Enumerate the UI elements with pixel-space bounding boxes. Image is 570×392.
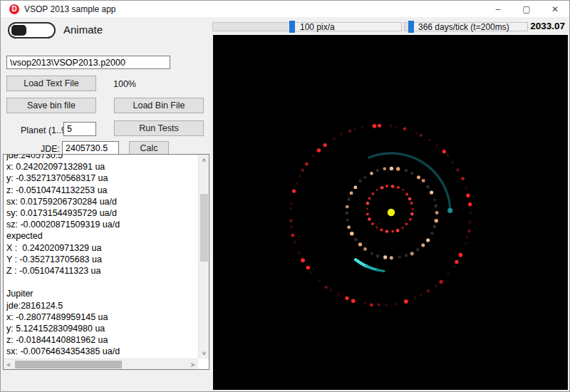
tan-orbit-dot bbox=[430, 232, 434, 235]
title-bar: D VSOP 2013 sample app – ▢ ✕ bbox=[1, 1, 569, 17]
tan-orbit-dot bbox=[346, 219, 348, 222]
tan-orbit-dot bbox=[417, 175, 420, 179]
outer-red-orbit-dot bbox=[465, 242, 467, 245]
sun-icon bbox=[388, 209, 395, 216]
tan-orbit-dot bbox=[383, 167, 386, 170]
outer-red-orbit-dot bbox=[293, 240, 296, 243]
calc-button[interactable]: Calc bbox=[129, 141, 169, 155]
output-log[interactable]: jde:2405730.5x: 0.24202097132891 uay: -0… bbox=[3, 154, 209, 370]
log-line bbox=[6, 277, 197, 288]
scroll-left-icon[interactable]: ˂ bbox=[4, 359, 14, 370]
tan-orbit-dot bbox=[390, 167, 393, 170]
log-line: y: -0.35271370568317 ua bbox=[6, 172, 197, 184]
inner-red-orbit-dot bbox=[391, 185, 395, 188]
outer-red-orbit-dot bbox=[292, 190, 296, 193]
horizontal-scrollbar[interactable]: ˂ ˃ bbox=[4, 359, 198, 369]
inner-red-orbit-dot bbox=[375, 189, 378, 191]
close-button[interactable]: ✕ bbox=[541, 1, 569, 17]
tan-orbit-dot bbox=[426, 185, 430, 189]
inner-red-orbit-dot bbox=[366, 202, 370, 205]
outer-red-orbit-dot bbox=[442, 150, 446, 153]
inner-red-orbit-dot bbox=[410, 202, 413, 205]
log-line: expected bbox=[6, 230, 197, 242]
outer-red-orbit-dot bbox=[323, 143, 327, 147]
tan-orbit-dot bbox=[405, 254, 408, 257]
inner-red-orbit-dot bbox=[409, 218, 412, 221]
save-bin-file-button[interactable]: Save bin file bbox=[6, 98, 96, 113]
inner-red-orbit-dot bbox=[380, 228, 383, 231]
slider-fill bbox=[213, 23, 289, 31]
log-line: Z : -0.051047411323 ua bbox=[6, 265, 197, 277]
log-line: z: -0.01844140881962 ua bbox=[6, 334, 197, 346]
outer-red-orbit-dot bbox=[453, 265, 456, 268]
tan-orbit-dot bbox=[350, 232, 354, 236]
outer-red-orbit-dot bbox=[290, 226, 293, 229]
tan-orbit-dot bbox=[396, 167, 400, 170]
load-bin-file-button[interactable]: Load Bin File bbox=[114, 98, 204, 113]
tan-orbit-dot bbox=[347, 225, 351, 229]
outer-red-orbit-dot bbox=[459, 253, 463, 257]
outer-red-orbit-dot bbox=[419, 294, 422, 296]
tan-orbit-dot bbox=[426, 238, 430, 242]
outer-red-orbit-dot bbox=[351, 299, 356, 303]
minimize-button[interactable]: – bbox=[484, 1, 512, 17]
tan-orbit-dot bbox=[434, 205, 437, 208]
orbit-canvas bbox=[213, 35, 568, 390]
outer-red-orbit-dot bbox=[332, 137, 335, 140]
pix-slider-thumb[interactable] bbox=[289, 21, 295, 33]
inner-red-orbit-dot bbox=[412, 208, 414, 210]
toggle-knob-icon bbox=[11, 25, 26, 36]
outer-red-orbit-dot bbox=[336, 293, 339, 296]
log-line: sx: 0.01759206730284 ua/d bbox=[6, 196, 197, 207]
inner-red-orbit-dot bbox=[397, 186, 400, 189]
app-window: D VSOP 2013 sample app – ▢ ✕ Animate 100… bbox=[0, 0, 570, 392]
outer-red-orbit-dot bbox=[461, 177, 465, 180]
run-tests-button[interactable]: Run Tests bbox=[114, 120, 204, 136]
planet-trail-arc bbox=[377, 270, 384, 272]
maximize-button[interactable]: ▢ bbox=[512, 1, 541, 17]
tan-orbit-dot bbox=[363, 175, 367, 179]
inner-red-orbit-dot bbox=[366, 207, 368, 210]
pix-per-year-slider[interactable]: 100 pix/a bbox=[212, 22, 402, 31]
outer-red-orbit-dot bbox=[466, 193, 470, 197]
scroll-right-icon[interactable]: ˃ bbox=[187, 359, 198, 370]
outer-red-orbit-dot bbox=[404, 299, 408, 304]
outer-red-orbit-dot bbox=[348, 130, 351, 133]
inner-red-orbit-dot bbox=[391, 230, 394, 233]
outer-red-orbit-dot bbox=[377, 303, 380, 306]
outer-red-orbit-dot bbox=[395, 302, 398, 306]
outer-red-orbit-dot bbox=[414, 296, 417, 299]
outer-red-orbit-dot bbox=[330, 289, 333, 292]
log-line: Jupiter bbox=[6, 288, 197, 299]
vertical-scroll-thumb[interactable] bbox=[200, 194, 208, 262]
outer-red-orbit-dot bbox=[312, 155, 315, 158]
horizontal-scroll-thumb[interactable] bbox=[15, 361, 122, 368]
outer-red-orbit-dot bbox=[353, 128, 356, 130]
inner-red-orbit-dot bbox=[371, 222, 374, 225]
days-slider-thumb[interactable] bbox=[408, 21, 414, 33]
planet-dot bbox=[447, 208, 452, 213]
outer-red-orbit-dot bbox=[318, 279, 321, 282]
tan-orbit-dot bbox=[363, 247, 367, 251]
vertical-scrollbar[interactable]: ˄ ˅ bbox=[198, 155, 209, 359]
tan-orbit-dot bbox=[354, 238, 358, 242]
days-per-tick-slider[interactable]: 366 days/tick (t=200ms) bbox=[404, 22, 528, 31]
scroll-down-icon[interactable]: ˅ bbox=[199, 348, 209, 359]
outer-red-orbit-dot bbox=[370, 303, 373, 306]
tan-orbit-dot bbox=[430, 191, 433, 195]
outer-red-orbit-dot bbox=[465, 236, 468, 239]
jde-label: JDE: bbox=[41, 144, 60, 154]
inner-red-orbit-dot bbox=[375, 226, 378, 228]
outer-red-orbit-dot bbox=[297, 252, 301, 255]
file-path-input[interactable] bbox=[6, 56, 170, 69]
tan-orbit-dot bbox=[410, 252, 414, 255]
tan-orbit-dot bbox=[433, 225, 437, 229]
animate-toggle[interactable] bbox=[8, 22, 56, 38]
tan-orbit-dot bbox=[398, 255, 402, 259]
jde-input[interactable] bbox=[62, 141, 119, 155]
tan-orbit-dot bbox=[410, 172, 413, 175]
outer-red-orbit-dot bbox=[301, 258, 305, 262]
load-text-file-button[interactable]: Load Text File bbox=[6, 76, 96, 91]
scroll-up-icon[interactable]: ˄ bbox=[199, 155, 209, 165]
planet-number-input[interactable] bbox=[63, 122, 96, 136]
